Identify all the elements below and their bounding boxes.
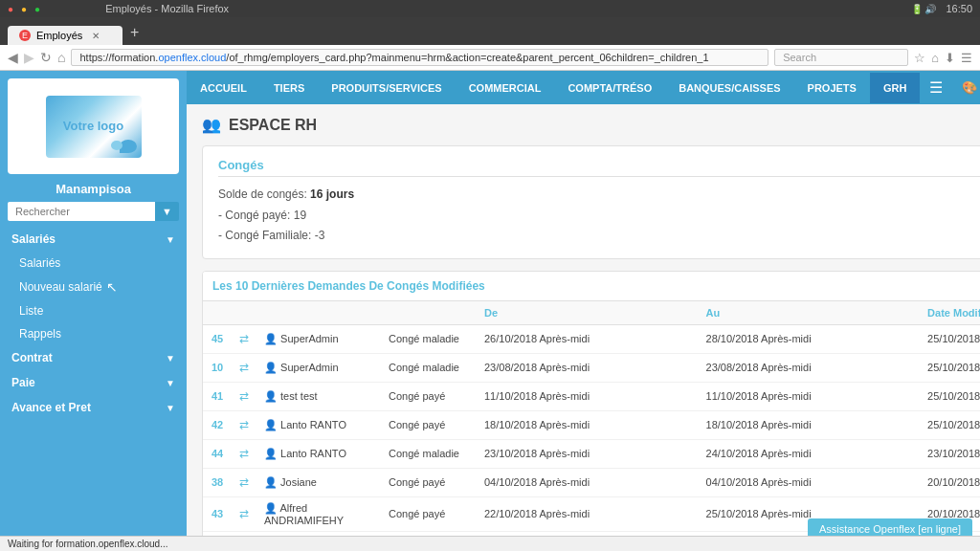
page-title-wrap: 👥 ESPACE RH <box>202 116 980 134</box>
sidebar-section-paie-label: Paie <box>11 376 35 389</box>
cell-user: 👤 Alfred ANDRIAMIFEHY <box>256 496 381 531</box>
nav-hamburger[interactable]: ☰ <box>920 71 952 104</box>
tab-close-icon[interactable]: ✕ <box>92 31 100 41</box>
table-row: 10 ⇄ 👤 SuperAdmin Congé maladie 23/08/20… <box>203 353 980 382</box>
sidebar-section-salaries-label: Salariés <box>11 232 56 246</box>
cell-user: 👤 test test <box>256 382 381 410</box>
system-icons: 🔋 🔊 <box>911 4 937 14</box>
cell-user: 👤 Lanto RANTO <box>256 439 381 468</box>
cell-de: 23/10/2018 Après-midi <box>477 439 699 468</box>
sidebar-search-button[interactable]: ▼ <box>155 202 179 221</box>
nav-item-produits[interactable]: PRODUITS/SERVICES <box>318 73 455 103</box>
top-nav: ACCUEIL TIERS PRODUITS/SERVICES COMMERCI… <box>187 71 980 104</box>
sidebar-menu: Salariés ▼ Salariés Nouveau salarié ↖ Li… <box>0 227 187 420</box>
cell-num: 43 <box>203 496 232 531</box>
conge-familiale-value: -3 <box>315 229 325 242</box>
col-icon <box>232 301 256 325</box>
cell-icon: ⇄ <box>232 410 256 439</box>
sidebar-section-contrat[interactable]: Contrat ▼ <box>0 345 187 370</box>
table-body: 45 ⇄ 👤 SuperAdmin Congé maladie 26/10/20… <box>203 324 980 551</box>
table-row: 41 ⇄ 👤 test test Congé payé 11/10/2018 A… <box>203 382 980 410</box>
cell-num: 41 <box>203 382 232 410</box>
conge-paye-label: - Congé payé: <box>218 209 290 222</box>
cell-icon: ⇄ <box>232 496 256 531</box>
cell-icon: ⇄ <box>232 353 256 382</box>
nav-item-commercial[interactable]: COMMERCIAL <box>456 73 555 103</box>
nav-item-accueil[interactable]: ACCUEIL <box>187 73 260 103</box>
sidebar-section-paie[interactable]: Paie ▼ <box>0 370 187 395</box>
sidebar-section-salaries-arrow: ▼ <box>166 234 175 245</box>
sidebar-section-salaries[interactable]: Salariés ▼ <box>0 227 187 252</box>
cell-date-modif: 25/10/2018 <box>920 324 980 353</box>
cell-date-modif: 20/10/2018 <box>920 468 980 496</box>
cell-type: Congé maladie <box>381 353 477 382</box>
cell-type: Congé maladie <box>381 439 477 468</box>
tab-favicon: E <box>19 30 31 41</box>
logo-bubble2-decoration <box>111 141 122 150</box>
nav-item-projets[interactable]: PROJETS <box>794 73 870 103</box>
search-bar[interactable]: Search <box>774 49 908 66</box>
solde-value: 16 jours <box>310 187 354 201</box>
cell-user: 👤 SuperAdmin <box>256 353 381 382</box>
nav-forward-button[interactable]: ▶ <box>24 50 34 65</box>
sidebar-item-nouveau-salarie[interactable]: Nouveau salarié ↖ <box>0 275 187 299</box>
sidebar-section-paie-arrow: ▼ <box>166 378 175 388</box>
sidebar-item-salaries[interactable]: Salariés <box>0 252 187 275</box>
sidebar-item-liste[interactable]: Liste <box>0 299 187 322</box>
nav-reload-button[interactable]: ↻ <box>40 50 52 65</box>
status-bar: Waiting for formation.openflex.cloud... <box>0 536 980 551</box>
cell-de: 18/10/2018 Après-midi <box>477 410 699 439</box>
cell-type: Congé payé <box>381 382 477 410</box>
table-container: Les 10 Dernières Demandes De Congés Modi… <box>202 271 980 551</box>
cell-user: 👤 SuperAdmin <box>256 324 381 353</box>
url-text: https://formation.openflex.cloud/of_rhmg… <box>79 52 708 63</box>
cell-type: Congé payé <box>381 410 477 439</box>
cell-icon: ⇄ <box>232 382 256 410</box>
bookmark-icon[interactable]: ☆ <box>914 51 925 65</box>
home-icon[interactable]: ⌂ <box>931 51 939 65</box>
download-icon[interactable]: ⬇ <box>945 51 955 65</box>
new-tab-button[interactable]: + <box>122 20 146 45</box>
table-header-row: De Au Date Modif. <box>203 301 980 325</box>
sidebar-section-avance-arrow: ▼ <box>166 403 175 413</box>
url-bar[interactable]: https://formation.openflex.cloud/of_rhmg… <box>71 49 768 66</box>
nav-item-banques[interactable]: BANQUES/CAISSES <box>665 73 793 103</box>
col-date-modif: Date Modif. <box>920 301 980 325</box>
cell-num: 42 <box>203 410 232 439</box>
col-type <box>381 301 477 325</box>
cell-de: 23/08/2018 Après-midi <box>477 353 699 382</box>
nav-home-button[interactable]: ⌂ <box>57 50 65 65</box>
nav-item-tiers[interactable]: TIERS <box>260 73 318 103</box>
cell-user: 👤 Lanto RANTO <box>256 410 381 439</box>
nouveau-salarie-label: Nouveau salarié <box>19 280 102 294</box>
table-row: 45 ⇄ 👤 SuperAdmin Congé maladie 26/10/20… <box>203 324 980 353</box>
cell-au: 11/10/2018 Après-midi <box>699 382 921 410</box>
cell-type: Congé payé <box>381 496 477 531</box>
nav-icon-palette[interactable]: 🎨 <box>952 73 980 102</box>
col-de: De <box>477 301 699 325</box>
nav-item-grh[interactable]: GRH <box>870 73 920 103</box>
cell-icon: ⇄ <box>232 468 256 496</box>
sidebar-item-rappels[interactable]: Rappels <box>0 322 187 345</box>
cell-au: 23/08/2018 Après-midi <box>699 353 921 382</box>
cell-date-modif: 25/10/2018 <box>920 410 980 439</box>
tab-label: Employés <box>36 30 82 41</box>
browser-tab[interactable]: E Employés ✕ <box>8 26 122 45</box>
page-title-icon: 👥 <box>202 116 221 134</box>
sidebar-section-avance-label: Avance et Pret <box>11 401 91 414</box>
cell-de: 22/10/2018 Après-midi <box>477 496 699 531</box>
cell-icon: ⇄ <box>232 324 256 353</box>
col-au: Au <box>699 301 921 325</box>
solde-label: Solde de congés: <box>218 187 307 201</box>
user-name: Manampisoa <box>56 182 131 196</box>
sidebar-section-avance[interactable]: Avance et Pret ▼ <box>0 395 187 420</box>
nav-icons: 🎨 👤 🖨 ⏻ <box>952 72 980 104</box>
sidebar-search-input[interactable] <box>8 202 155 221</box>
settings-icon[interactable]: ☰ <box>961 51 972 65</box>
nav-back-button[interactable]: ◀ <box>8 50 18 65</box>
cell-de: 26/10/2018 Après-midi <box>477 324 699 353</box>
cell-au: 28/10/2018 Après-midi <box>699 324 921 353</box>
cell-au: 04/10/2018 Après-midi <box>699 468 921 496</box>
nav-item-compta[interactable]: COMPTA/TRÉSO <box>554 73 665 103</box>
col-num <box>203 301 232 325</box>
